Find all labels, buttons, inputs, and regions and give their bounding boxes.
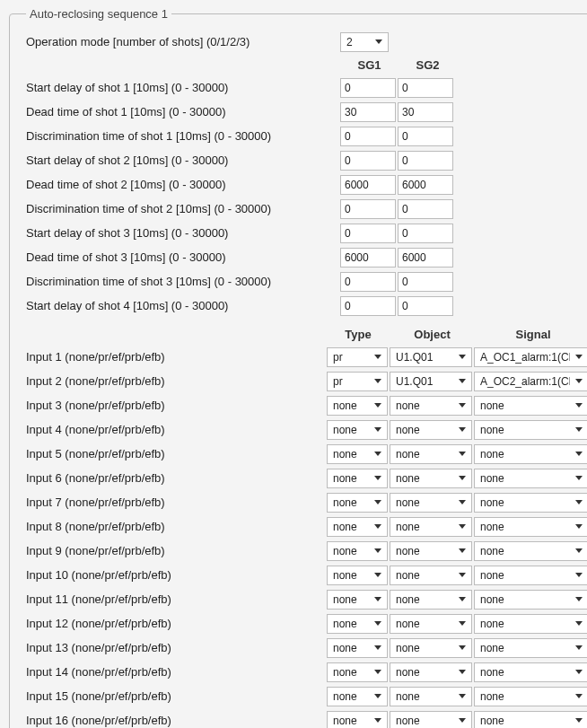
input-type-select[interactable]: none [327, 469, 388, 488]
input-row: Input 10 (none/pr/ef/prb/efb)nonenonenon… [26, 563, 587, 587]
timing-sg1-input[interactable] [340, 175, 396, 195]
input-signal-select[interactable]: none [474, 566, 587, 585]
timing-sg1-input[interactable] [340, 127, 396, 146]
chevron-down-icon [374, 597, 381, 601]
timing-sg2-input[interactable] [398, 248, 453, 268]
input-object-select[interactable]: U1.Q01 [390, 347, 472, 367]
timing-sg1-input[interactable] [340, 78, 396, 98]
input-type-select[interactable]: pr [327, 347, 388, 367]
timing-sg2-input[interactable] [398, 127, 453, 146]
chevron-down-icon [459, 718, 466, 723]
input-object-select[interactable]: none [390, 638, 472, 658]
chevron-down-icon [575, 670, 583, 674]
input-type-select[interactable]: none [327, 517, 388, 537]
input-object-select[interactable]: none [390, 541, 472, 561]
input-object-select-value: none [396, 666, 453, 679]
input-signal-select[interactable]: none [474, 638, 587, 658]
input-signal-select[interactable]: none [474, 711, 587, 729]
input-type-select[interactable]: none [327, 590, 388, 610]
input-signal-select[interactable]: none [474, 541, 587, 561]
input-signal-select[interactable]: none [474, 493, 587, 513]
timing-sg1-input[interactable] [340, 151, 396, 171]
input-signal-select[interactable]: none [474, 687, 587, 706]
input-type-select[interactable]: none [327, 420, 388, 440]
input-signal-select[interactable]: none [474, 517, 587, 537]
input-object-select[interactable]: none [390, 566, 472, 585]
input-object-select[interactable]: none [390, 420, 472, 440]
input-signal-select-value: A_OC2_alarm:1(Chg) [480, 375, 570, 388]
input-signal-select-value: none [480, 399, 570, 412]
input-signal-select[interactable]: A_OC1_alarm:1(Chg) [474, 347, 587, 367]
input-signal-select[interactable]: none [474, 469, 587, 488]
input-type-select[interactable]: none [327, 444, 388, 464]
input-signal-select-value: none [480, 521, 570, 533]
chevron-down-icon [575, 524, 583, 529]
timing-sg2-input[interactable] [398, 175, 453, 195]
input-signal-select-value: none [480, 593, 570, 606]
input-object-select[interactable]: none [390, 614, 472, 634]
input-type-select[interactable]: none [327, 687, 388, 706]
type-header: Type [327, 328, 390, 341]
input-type-select-value: none [333, 472, 369, 485]
input-signal-select[interactable]: none [474, 396, 587, 416]
chevron-down-icon [459, 476, 466, 480]
input-row: Input 14 (none/pr/ef/prb/efb)nonenonenon… [26, 660, 587, 684]
input-label: Input 2 (none/pr/ef/prb/efb) [26, 374, 327, 388]
input-object-select[interactable]: none [390, 711, 472, 729]
input-signal-select[interactable]: A_OC2_alarm:1(Chg) [474, 372, 587, 391]
timing-sg2-input[interactable] [398, 151, 453, 171]
input-object-select[interactable]: none [390, 444, 472, 464]
timing-sg2-input[interactable] [398, 78, 453, 98]
input-object-select[interactable]: none [390, 662, 472, 682]
input-type-select[interactable]: pr [327, 372, 388, 391]
timing-sg2-input[interactable] [398, 224, 453, 243]
input-label: Input 11 (none/pr/ef/prb/efb) [26, 592, 327, 606]
input-object-select[interactable]: none [390, 396, 472, 416]
input-object-select[interactable]: none [390, 469, 472, 488]
input-object-select[interactable]: none [390, 517, 472, 537]
input-signal-select[interactable]: none [474, 614, 587, 634]
timing-sg2-input[interactable] [398, 102, 453, 122]
timing-sg1-input[interactable] [340, 248, 396, 268]
chevron-down-icon [459, 548, 466, 553]
input-type-select[interactable]: none [327, 396, 388, 416]
chevron-down-icon [374, 476, 381, 480]
input-type-select[interactable]: none [327, 566, 388, 585]
input-object-select[interactable]: none [390, 687, 472, 706]
timing-sg1-input[interactable] [340, 272, 396, 292]
input-type-select[interactable]: none [327, 493, 388, 513]
input-object-select[interactable]: none [390, 493, 472, 513]
input-type-select[interactable]: none [327, 711, 388, 729]
input-object-select[interactable]: U1.Q01 [390, 372, 472, 391]
timing-sg1-input[interactable] [340, 296, 396, 316]
chevron-down-icon [459, 379, 466, 383]
input-label: Input 10 (none/pr/ef/prb/efb) [26, 568, 327, 582]
timing-sg1-input[interactable] [340, 199, 396, 219]
input-type-select-value: none [333, 618, 369, 630]
tos-headers-row: Type Object Signal [26, 323, 587, 345]
input-row: Input 5 (none/pr/ef/prb/efb)nonenonenone [26, 442, 587, 466]
chevron-down-icon [459, 355, 466, 359]
operation-mode-select[interactable]: 2 [340, 32, 389, 52]
input-type-select[interactable]: none [327, 662, 388, 682]
input-signal-select-value: none [480, 569, 570, 582]
input-type-select[interactable]: none [327, 614, 388, 634]
input-signal-select[interactable]: none [474, 662, 587, 682]
input-signal-select[interactable]: none [474, 590, 587, 610]
input-signal-select[interactable]: none [474, 444, 587, 464]
input-signal-select-value: none [480, 424, 570, 436]
timing-sg1-input[interactable] [340, 102, 396, 122]
input-type-select[interactable]: none [327, 541, 388, 561]
input-label: Input 3 (none/pr/ef/prb/efb) [26, 399, 327, 412]
input-object-select[interactable]: none [390, 590, 472, 610]
timing-sg2-input[interactable] [398, 199, 453, 219]
timing-sg1-input[interactable] [340, 224, 396, 243]
chevron-down-icon [459, 427, 466, 432]
input-row: Input 13 (none/pr/ef/prb/efb)nonenonenon… [26, 636, 587, 660]
chevron-down-icon [575, 452, 583, 456]
input-type-select-value: none [333, 448, 369, 460]
timing-sg2-input[interactable] [398, 296, 453, 316]
timing-sg2-input[interactable] [398, 272, 453, 292]
input-signal-select[interactable]: none [474, 420, 587, 440]
input-type-select[interactable]: none [327, 638, 388, 658]
